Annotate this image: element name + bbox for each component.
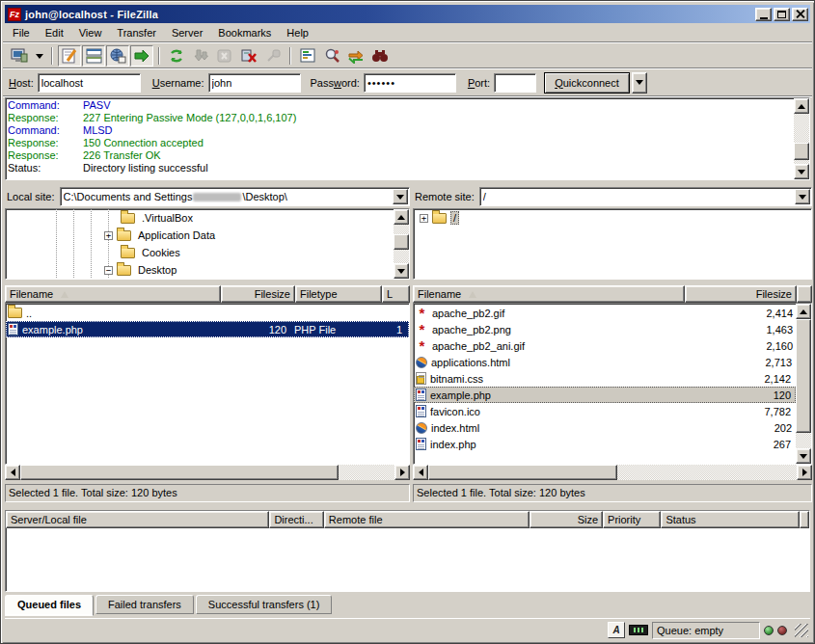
tree-item-root[interactable]: + / bbox=[414, 209, 811, 227]
tree-item-cookies[interactable]: Cookies bbox=[6, 244, 394, 261]
toolbar-separator bbox=[51, 47, 53, 65]
local-horizontal-scrollbar[interactable] bbox=[5, 465, 410, 480]
column-header-priority[interactable]: Priority bbox=[603, 511, 661, 528]
column-header-filetype[interactable]: Filetype bbox=[295, 285, 382, 303]
quickconnect-button[interactable]: Quickconnect bbox=[544, 72, 630, 94]
column-header-server-local-file[interactable]: Server/Local file bbox=[6, 511, 269, 528]
port-input[interactable] bbox=[494, 73, 536, 93]
scroll-down-button[interactable] bbox=[794, 164, 809, 179]
minimize-button[interactable] bbox=[755, 8, 772, 21]
scroll-down-button[interactable] bbox=[796, 448, 811, 464]
close-button[interactable] bbox=[792, 8, 808, 21]
find-files-button[interactable] bbox=[368, 45, 392, 67]
local-tree-vertical-scrollbar[interactable] bbox=[394, 209, 409, 279]
queue-header: Server/Local file Directi... Remote file… bbox=[6, 511, 809, 528]
column-header-size[interactable]: Size bbox=[530, 511, 603, 528]
remote-horizontal-scrollbar[interactable] bbox=[413, 465, 812, 480]
column-header-remote-file[interactable]: Remote file bbox=[324, 511, 530, 528]
remote-site-combobox[interactable]: / bbox=[479, 187, 812, 206]
scroll-right-button[interactable] bbox=[797, 465, 812, 480]
menu-server[interactable]: Server bbox=[164, 25, 210, 40]
message-log[interactable]: Command:PASV Response:227 Entering Passi… bbox=[5, 97, 810, 180]
menu-file[interactable]: File bbox=[5, 25, 38, 40]
password-input[interactable] bbox=[364, 73, 456, 93]
file-row[interactable]: applications.html2,713 bbox=[414, 354, 796, 370]
scrollbar-thumb[interactable] bbox=[428, 465, 617, 480]
file-row[interactable]: bitnami.css2,142 bbox=[414, 370, 796, 387]
cancel-operation-button[interactable] bbox=[213, 45, 236, 67]
column-header-filename[interactable]: Filename bbox=[413, 285, 685, 303]
transfer-queue[interactable]: Server/Local file Directi... Remote file… bbox=[5, 510, 810, 592]
tree-item-application-data[interactable]: + Application Data bbox=[6, 227, 394, 244]
menu-bookmarks[interactable]: Bookmarks bbox=[210, 25, 279, 40]
menu-help[interactable]: Help bbox=[279, 25, 316, 40]
toggle-local-tree-button[interactable] bbox=[82, 45, 105, 67]
scroll-left-button[interactable] bbox=[413, 465, 428, 480]
scroll-left-button[interactable] bbox=[5, 465, 20, 480]
local-site-combobox[interactable]: C:\Documents and Settings\Desktop\ bbox=[60, 187, 410, 206]
tab-failed-transfers[interactable]: Failed transfers bbox=[95, 595, 194, 614]
scroll-right-button[interactable] bbox=[394, 465, 410, 480]
process-queue-button[interactable] bbox=[189, 45, 212, 67]
resize-grip[interactable] bbox=[795, 624, 808, 637]
scrollbar-thumb[interactable] bbox=[794, 143, 809, 160]
quickconnect-dropdown-button[interactable] bbox=[632, 72, 647, 94]
file-row-selected[interactable]: example.php120 bbox=[414, 387, 796, 403]
disconnect-icon bbox=[241, 48, 258, 64]
column-header-last-modified[interactable]: L bbox=[382, 285, 410, 303]
file-row[interactable]: *apache_pb2.gif2,414 bbox=[414, 305, 796, 321]
synchronized-browsing-button[interactable] bbox=[344, 45, 367, 67]
toggle-remote-tree-button[interactable] bbox=[106, 45, 129, 67]
expand-icon[interactable]: + bbox=[104, 231, 113, 240]
tab-queued-files[interactable]: Queued files bbox=[5, 595, 94, 616]
remote-file-list[interactable]: *apache_pb2.gif2,414 *apache_pb2.png1,46… bbox=[413, 303, 812, 465]
refresh-button[interactable] bbox=[165, 45, 188, 67]
file-row[interactable]: *apache_pb2_ani.gif2,160 bbox=[414, 337, 796, 354]
scroll-up-button[interactable] bbox=[796, 304, 811, 319]
column-header-filesize[interactable]: Filesize bbox=[221, 285, 295, 303]
toggle-transfer-queue-button[interactable] bbox=[130, 45, 153, 67]
collapse-icon[interactable]: − bbox=[104, 266, 113, 275]
directory-comparison-button[interactable] bbox=[320, 45, 343, 67]
toggle-message-log-button[interactable] bbox=[58, 45, 81, 67]
log-vertical-scrollbar[interactable] bbox=[794, 98, 809, 179]
menu-edit[interactable]: Edit bbox=[38, 25, 71, 40]
scrollbar-thumb[interactable] bbox=[394, 234, 409, 250]
file-row-example-php[interactable]: example.php 120 PHP File 1 bbox=[6, 321, 409, 337]
file-row[interactable]: index.php267 bbox=[414, 436, 796, 452]
local-directory-tree[interactable]: .VirtualBox + Application Data Cookies −… bbox=[5, 208, 410, 280]
column-header-status[interactable]: Status bbox=[661, 511, 800, 528]
tab-successful-transfers[interactable]: Successful transfers (1) bbox=[196, 595, 333, 614]
file-row-parent-dir[interactable]: .. bbox=[6, 305, 409, 321]
maximize-button[interactable] bbox=[774, 8, 790, 21]
expand-icon[interactable]: + bbox=[420, 214, 428, 223]
scrollbar-thumb[interactable] bbox=[20, 465, 339, 480]
menu-view[interactable]: View bbox=[71, 25, 110, 40]
file-row[interactable]: favicon.ico7,782 bbox=[414, 403, 796, 419]
username-input[interactable] bbox=[208, 73, 301, 93]
local-site-dropdown-button[interactable] bbox=[393, 189, 408, 204]
tree-item-virtualbox[interactable]: .VirtualBox bbox=[6, 209, 394, 227]
remote-site-dropdown-button[interactable] bbox=[795, 189, 810, 204]
reconnect-button[interactable] bbox=[261, 45, 285, 67]
transfer-queue-icon bbox=[133, 49, 150, 63]
site-manager-button[interactable] bbox=[8, 45, 31, 67]
file-row[interactable]: index.html202 bbox=[414, 419, 796, 436]
remote-list-vertical-scrollbar[interactable] bbox=[796, 304, 811, 464]
scrollbar-thumb[interactable] bbox=[796, 319, 811, 433]
local-file-list[interactable]: .. example.php 120 PHP File 1 bbox=[5, 303, 410, 465]
disconnect-button[interactable] bbox=[237, 45, 260, 67]
tree-item-desktop[interactable]: − Desktop bbox=[6, 261, 394, 279]
menu-transfer[interactable]: Transfer bbox=[109, 25, 164, 40]
column-header-filesize[interactable]: Filesize bbox=[685, 285, 797, 303]
scroll-up-button[interactable] bbox=[794, 98, 809, 114]
site-manager-dropdown-button[interactable] bbox=[32, 45, 46, 67]
scroll-down-button[interactable] bbox=[394, 263, 409, 279]
column-header-direction[interactable]: Directi... bbox=[269, 511, 323, 528]
column-header-filename[interactable]: Filename bbox=[5, 285, 221, 303]
remote-directory-tree[interactable]: + / bbox=[413, 208, 812, 280]
file-row[interactable]: *apache_pb2.png1,463 bbox=[414, 321, 796, 337]
directory-filters-button[interactable] bbox=[296, 45, 319, 67]
scroll-up-button[interactable] bbox=[394, 209, 409, 225]
host-input[interactable] bbox=[38, 73, 141, 93]
